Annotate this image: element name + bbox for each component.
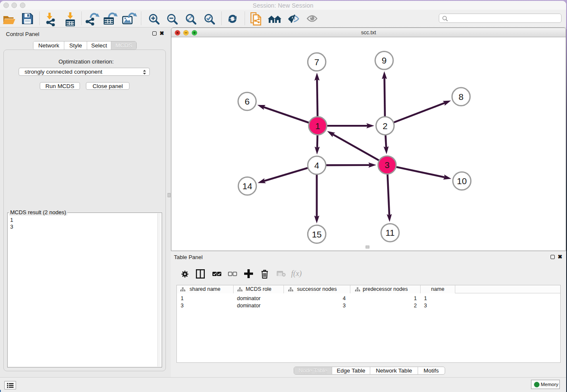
svg-text:9: 9	[382, 55, 387, 65]
svg-text:1: 1	[315, 121, 320, 131]
svg-text:11: 11	[385, 228, 395, 237]
svg-text:15: 15	[312, 229, 322, 239]
svg-text:14: 14	[242, 181, 253, 191]
svg-text:8: 8	[459, 92, 464, 102]
svg-text:6: 6	[245, 97, 250, 106]
svg-text:4: 4	[314, 160, 319, 170]
svg-text:3: 3	[385, 160, 390, 170]
svg-text:7: 7	[314, 57, 319, 67]
svg-text:10: 10	[457, 176, 467, 186]
svg-text:2: 2	[383, 121, 388, 131]
